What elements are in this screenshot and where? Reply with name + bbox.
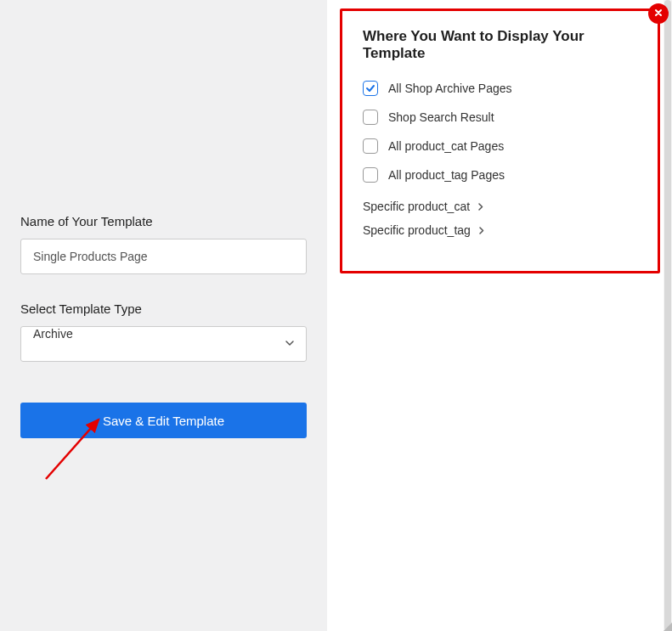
expand-label: Specific product_cat: [363, 200, 470, 213]
chevron-right-icon: [477, 223, 485, 237]
panel-title: Where You Want to Display Your Template: [363, 28, 637, 62]
scrollbar-track: [664, 0, 672, 631]
checkbox[interactable]: [363, 138, 378, 154]
save-edit-template-button[interactable]: Save & Edit Template: [20, 403, 307, 438]
checkbox[interactable]: [363, 81, 378, 96]
close-button[interactable]: [648, 3, 669, 24]
checkbox-row: All product_tag Pages: [363, 167, 637, 183]
expand-row[interactable]: Specific product_tag: [363, 223, 637, 237]
template-type-label: Select Template Type: [20, 301, 307, 316]
checkbox[interactable]: [363, 110, 378, 125]
scrollbar-thumb[interactable]: [664, 0, 671, 631]
checkbox[interactable]: [363, 167, 378, 183]
checkbox-label[interactable]: All Shop Archive Pages: [388, 82, 512, 95]
right-panel: Where You Want to Display Your Template …: [327, 0, 672, 631]
expand-row[interactable]: Specific product_cat: [363, 200, 637, 213]
checkbox-label[interactable]: All product_tag Pages: [388, 168, 505, 182]
template-name-label: Name of Your Template: [20, 214, 307, 228]
display-options-box: Where You Want to Display Your Template …: [340, 8, 660, 273]
template-type-select[interactable]: Archive: [20, 326, 307, 362]
chevron-right-icon: [477, 200, 484, 213]
template-name-input[interactable]: [20, 239, 307, 274]
checkbox-row: All product_cat Pages: [363, 138, 637, 154]
checkbox-label[interactable]: Shop Search Result: [388, 110, 494, 124]
resize-handle-icon[interactable]: [664, 623, 672, 631]
close-icon: [653, 6, 664, 21]
checkbox-row: All Shop Archive Pages: [363, 81, 637, 96]
left-panel: Name of Your Template Select Template Ty…: [0, 0, 327, 631]
checkbox-label[interactable]: All product_cat Pages: [388, 139, 504, 153]
checkbox-row: Shop Search Result: [363, 110, 637, 125]
expand-label: Specific product_tag: [363, 223, 471, 237]
